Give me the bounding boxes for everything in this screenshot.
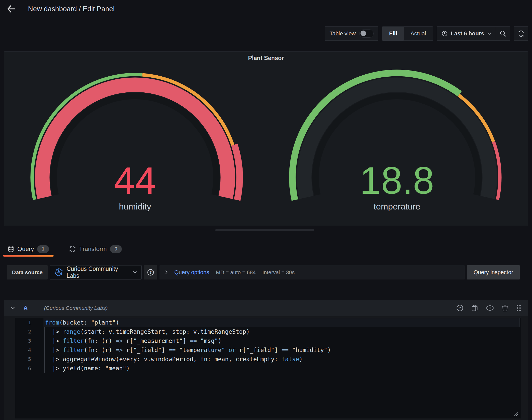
zoom-out-button[interactable] [496, 27, 510, 40]
interval-stat: Interval = 30s [262, 269, 295, 275]
refresh-icon [517, 30, 525, 37]
fill-actual-switch: Fill Actual [382, 26, 433, 41]
tab-query-label: Query [17, 245, 34, 253]
svg-text:18.8: 18.8 [360, 159, 434, 202]
time-range-label: Last 6 hours [451, 30, 484, 37]
delete-query-button[interactable] [502, 304, 508, 312]
code-line-1[interactable]: 1from(bucket: "plant") [15, 318, 521, 327]
chevron-down-icon [133, 271, 137, 274]
query-datasource-hint: (Curious Community Labs) [44, 305, 456, 311]
duplicate-query-button[interactable] [471, 304, 478, 312]
code-lines[interactable]: 1from(bucket: "plant")2 |> range(start: … [15, 318, 521, 373]
query-options-link[interactable]: Query options [174, 269, 209, 276]
code-text[interactable]: from(bucket: "plant") [44, 318, 520, 327]
code-line-2[interactable]: 2 |> range(start: v.timeRangeStart, stop… [15, 327, 521, 336]
refresh-button[interactable] [514, 26, 528, 41]
actual-button[interactable]: Actual [404, 27, 433, 40]
eye-icon [486, 305, 494, 311]
code-line-5[interactable]: 5 |> aggregateWindow(every: v.windowPeri… [15, 355, 521, 364]
editor-tabs: Query 1 Transform 0 [3, 241, 126, 257]
chevron-right-icon[interactable] [165, 270, 168, 274]
datasource-help-button[interactable]: ? [144, 265, 157, 279]
back-button[interactable] [6, 4, 16, 14]
transform-cycle-icon [69, 246, 76, 252]
line-number: 5 [15, 355, 45, 364]
code-text[interactable]: |> yield(name: "mean") [45, 364, 520, 373]
panel-toolbar: Table view Fill Actual Last 6 hours [325, 26, 528, 41]
back-arrow-icon [7, 5, 16, 13]
zoom-out-magnifier-icon [500, 30, 506, 37]
tab-transform-label: Transform [79, 245, 107, 253]
datasource-label: Data source [12, 269, 43, 275]
panel-title: Plant Sensor [4, 55, 528, 62]
code-text[interactable]: |> range(start: v.timeRangeStart, stop: … [45, 327, 520, 336]
drag-handle-icon[interactable] [516, 304, 522, 312]
chevron-down-icon[interactable] [10, 307, 15, 310]
svg-text:humidity: humidity [119, 202, 151, 211]
datasource-row: Data source Curious Community Labs ? Que… [7, 265, 520, 279]
datasource-label-chip: Data source [7, 265, 48, 279]
query-inspector-label: Query inspector [474, 269, 513, 276]
code-text[interactable]: |> filter(fn: (r) => r["_measurement"] =… [45, 336, 520, 345]
query-inspector-button[interactable]: Query inspector [467, 265, 520, 279]
svg-text:?: ? [150, 270, 152, 274]
line-number: 1 [15, 318, 45, 327]
tabs-divider [0, 257, 532, 257]
query-ref-id: A [23, 305, 28, 312]
table-view-control[interactable]: Table view [325, 26, 379, 41]
code-text[interactable]: |> aggregateWindow(every: v.windowPeriod… [45, 355, 520, 364]
query-row-actions: ? [456, 304, 522, 312]
page-title: New dashboard / Edit Panel [28, 5, 115, 13]
query-options-bar: Query options MD = auto = 684 Interval =… [159, 265, 464, 279]
code-line-3[interactable]: 3 |> filter(fn: (r) => r["_measurement"]… [15, 336, 521, 345]
copy-icon [471, 304, 478, 312]
datasource-logo-icon [55, 268, 63, 277]
line-number: 3 [15, 336, 45, 345]
clock-icon [442, 31, 448, 37]
time-range-group: Last 6 hours [437, 26, 510, 41]
toggle-knob [361, 31, 366, 36]
hide-query-button[interactable] [486, 305, 494, 311]
table-view-label: Table view [330, 30, 356, 37]
indent-guide [44, 327, 45, 373]
gauge-temperature: 18.8temperature [266, 65, 528, 226]
code-text[interactable]: |> filter(fn: (r) => r["_field"] == "tem… [45, 345, 520, 355]
gauges-container: 44humidity18.8temperature [4, 65, 528, 226]
splitter-drag-handle[interactable] [215, 229, 314, 231]
datasource-selected: Curious Community Labs [66, 265, 129, 279]
line-number: 6 [15, 364, 45, 373]
tab-transform[interactable]: Transform 0 [65, 241, 126, 257]
query-count-badge: 1 [37, 245, 49, 253]
svg-text:44: 44 [114, 159, 156, 202]
top-bar: New dashboard / Edit Panel [0, 0, 532, 18]
gauge-panel: Plant Sensor 44humidity18.8temperature [4, 51, 528, 226]
line-number: 2 [15, 327, 45, 336]
query-help-button[interactable]: ? [456, 304, 463, 312]
chevron-down-icon [487, 32, 491, 35]
query-editor-card: A (Curious Community Labs) ? [4, 300, 528, 420]
line-number: 4 [15, 345, 45, 355]
flux-code-editor[interactable]: 1from(bucket: "plant")2 |> range(start: … [15, 318, 521, 418]
code-line-6[interactable]: 6 |> yield(name: "mean") [15, 364, 521, 373]
query-row-header[interactable]: A (Curious Community Labs) ? [4, 300, 528, 316]
svg-text:temperature: temperature [374, 202, 420, 211]
time-range-picker[interactable]: Last 6 hours [437, 27, 496, 40]
table-view-toggle[interactable] [359, 30, 374, 38]
code-line-4[interactable]: 4 |> filter(fn: (r) => r["_field"] == "t… [15, 345, 521, 355]
tab-query[interactable]: Query 1 [3, 241, 54, 257]
trash-icon [502, 304, 508, 312]
gauge-humidity: 44humidity [4, 65, 266, 226]
database-icon [8, 246, 14, 252]
transform-count-badge: 0 [110, 245, 122, 253]
fill-button[interactable]: Fill [382, 27, 404, 40]
datasource-picker[interactable]: Curious Community Labs [50, 265, 142, 279]
svg-text:?: ? [459, 306, 461, 310]
max-data-points-stat: MD = auto = 684 [216, 269, 256, 275]
resize-corner-icon[interactable] [513, 411, 518, 416]
help-circle-icon: ? [147, 269, 154, 276]
